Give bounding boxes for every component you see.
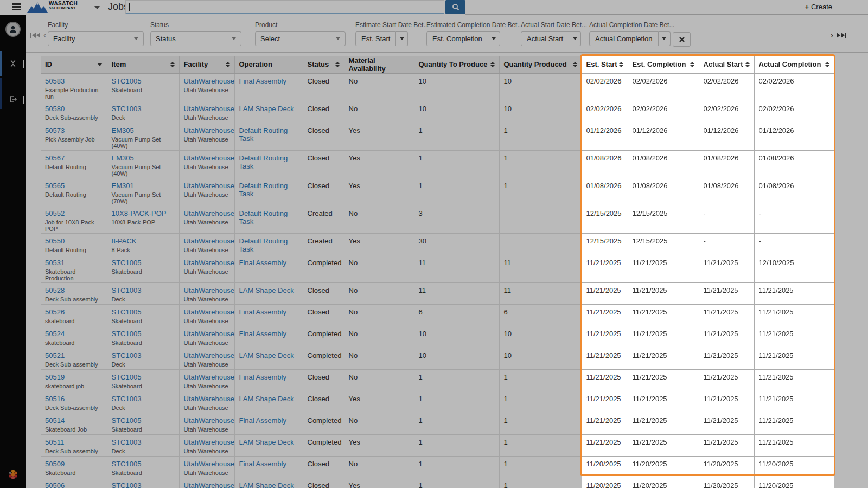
actual-start-caret-button[interactable]: [569, 31, 581, 46]
facility-link[interactable]: UtahWarehouse: [184, 209, 234, 217]
item-link[interactable]: STC1005: [112, 416, 142, 425]
job-id-link[interactable]: 50514: [45, 416, 65, 425]
operation-link[interactable]: Final Assembly: [239, 460, 286, 468]
job-id-link[interactable]: 50531: [45, 259, 65, 267]
job-id-link[interactable]: 50552: [45, 209, 65, 217]
logout-icon[interactable]: [0, 95, 26, 106]
operation-link[interactable]: Final Assembly: [239, 259, 286, 267]
operation-link[interactable]: Default Routing Task: [239, 209, 288, 226]
est-start-caret-button[interactable]: [396, 31, 408, 46]
facility-link[interactable]: UtahWarehouse: [184, 77, 234, 85]
facility-link[interactable]: UtahWarehouse: [184, 105, 234, 113]
user-avatar[interactable]: [5, 22, 21, 37]
item-link[interactable]: STC1005: [112, 77, 142, 85]
col-material-availability-header[interactable]: Material Availability: [344, 56, 414, 73]
facility-link[interactable]: UtahWarehouse: [184, 259, 234, 267]
col-actual-start-header[interactable]: Actual Start: [699, 56, 754, 73]
col-quantity-produced-header[interactable]: Quantity Produced: [499, 56, 582, 73]
operation-link[interactable]: Final Assembly: [239, 77, 286, 85]
facility-link[interactable]: UtahWarehouse: [184, 182, 234, 190]
actual-completion-caret-button[interactable]: [659, 31, 671, 46]
operation-link[interactable]: Default Routing Task: [239, 126, 288, 143]
org-switcher-caret-icon[interactable]: [94, 6, 100, 9]
actual-start-date-button[interactable]: Actual Start: [521, 31, 569, 46]
status-select[interactable]: Status: [150, 31, 241, 46]
item-link[interactable]: STC1003: [112, 395, 142, 403]
job-id-link[interactable]: 50583: [45, 77, 65, 85]
job-id-link[interactable]: 50580: [45, 105, 65, 113]
operation-link[interactable]: Default Routing Task: [239, 182, 288, 198]
job-id-link[interactable]: 50565: [45, 182, 65, 190]
operation-link[interactable]: LAM Shape Deck: [239, 351, 294, 359]
facility-link[interactable]: UtahWarehouse: [184, 373, 234, 381]
job-id-link[interactable]: 50511: [45, 438, 64, 446]
item-link[interactable]: STC1003: [112, 351, 142, 359]
job-id-link[interactable]: 50567: [45, 154, 65, 162]
job-id-link[interactable]: 50516: [45, 395, 65, 403]
col-status-header[interactable]: Status: [303, 56, 344, 73]
item-link[interactable]: STC1003: [112, 286, 142, 294]
operation-link[interactable]: Final Assembly: [239, 416, 286, 425]
search-button[interactable]: [445, 0, 465, 14]
previous-page-button[interactable]: ‹: [43, 31, 46, 40]
facility-link[interactable]: UtahWarehouse: [184, 395, 234, 403]
last-page-button[interactable]: [837, 33, 846, 38]
job-id-link[interactable]: 50521: [45, 351, 65, 359]
col-item-header[interactable]: Item: [107, 56, 179, 73]
est-completion-date-button[interactable]: Est. Completion: [426, 31, 488, 46]
operation-link[interactable]: Default Routing Task: [239, 237, 288, 253]
actual-completion-date-button[interactable]: Actual Completion: [589, 31, 659, 46]
col-id-header[interactable]: ID: [41, 56, 107, 73]
item-link[interactable]: 10X8-PACK-POP: [112, 209, 167, 217]
first-page-button[interactable]: [30, 33, 40, 38]
create-button[interactable]: +Create: [805, 3, 832, 11]
item-link[interactable]: STC1003: [112, 105, 142, 113]
item-link[interactable]: 8-PACK: [112, 237, 137, 245]
item-link[interactable]: EM305: [112, 126, 134, 134]
facility-link[interactable]: UtahWarehouse: [184, 351, 234, 359]
item-link[interactable]: STC1005: [112, 460, 142, 468]
est-completion-caret-button[interactable]: [488, 31, 500, 46]
facility-link[interactable]: UtahWarehouse: [184, 154, 234, 162]
job-id-link[interactable]: 50524: [45, 330, 65, 338]
operation-link[interactable]: Final Assembly: [239, 308, 286, 316]
job-id-link[interactable]: 50526: [45, 308, 65, 316]
item-link[interactable]: STC1005: [112, 330, 142, 338]
operation-link[interactable]: LAM Shape Deck: [239, 438, 294, 446]
item-link[interactable]: EM305: [112, 154, 134, 162]
facility-link[interactable]: UtahWarehouse: [184, 416, 234, 425]
job-id-link[interactable]: 50519: [45, 373, 65, 381]
facility-link[interactable]: UtahWarehouse: [184, 481, 234, 488]
job-id-link[interactable]: 50550: [45, 237, 65, 245]
col-quantity-to-produce-header[interactable]: Quantity To Produce: [414, 56, 499, 73]
facility-link[interactable]: UtahWarehouse: [184, 460, 234, 468]
facility-link[interactable]: UtahWarehouse: [184, 126, 234, 134]
item-link[interactable]: STC1003: [112, 438, 142, 446]
item-link[interactable]: STC1005: [112, 308, 142, 316]
operation-link[interactable]: Default Routing Task: [239, 154, 288, 170]
apps-flower-icon[interactable]: [7, 468, 20, 483]
job-id-link[interactable]: 50506: [45, 481, 65, 488]
col-est-completion-header[interactable]: Est. Completion: [628, 56, 699, 73]
next-page-button[interactable]: ›: [831, 31, 833, 40]
operation-link[interactable]: LAM Shape Deck: [239, 395, 294, 403]
job-id-link[interactable]: 50509: [45, 460, 65, 468]
col-operation-header[interactable]: Operation: [234, 56, 303, 73]
facility-link[interactable]: UtahWarehouse: [184, 237, 234, 245]
operation-link[interactable]: LAM Shape Deck: [239, 105, 294, 113]
job-id-link[interactable]: 50573: [45, 126, 65, 134]
facility-link[interactable]: UtahWarehouse: [184, 330, 234, 338]
col-actual-completion-header[interactable]: Actual Completion: [754, 56, 834, 73]
operation-link[interactable]: LAM Shape Deck: [239, 481, 294, 488]
item-link[interactable]: STC1003: [112, 481, 142, 488]
facility-link[interactable]: UtahWarehouse: [184, 438, 234, 446]
col-est-start-header[interactable]: Est. Start: [582, 56, 628, 73]
clear-filters-button[interactable]: [673, 32, 691, 47]
est-start-date-button[interactable]: Est. Start: [355, 31, 396, 46]
facility-select[interactable]: Facility: [48, 31, 144, 46]
facility-link[interactable]: UtahWarehouse: [184, 286, 234, 294]
job-id-link[interactable]: 50528: [45, 286, 65, 294]
col-facility-header[interactable]: Facility: [179, 56, 234, 73]
collapse-vertical-icon[interactable]: [0, 59, 26, 70]
search-input[interactable]: [125, 0, 444, 14]
